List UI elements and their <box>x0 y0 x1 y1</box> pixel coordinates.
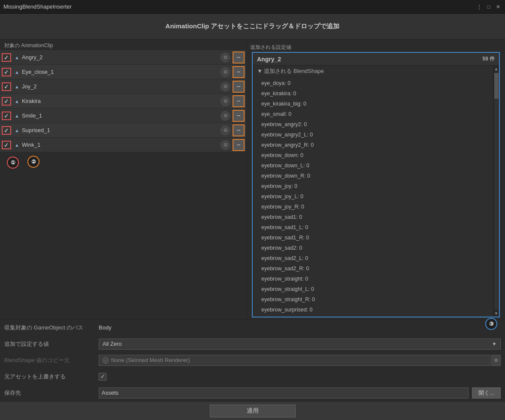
clip-minus-btn-5[interactable]: − <box>233 124 245 136</box>
left-panel-label: 対象の AnimationClip <box>0 39 246 50</box>
blend-shape-item: eye_small: 0 <box>253 109 493 119</box>
app-title: MissingBlendShapeInserter <box>3 3 72 10</box>
object-select-btn[interactable]: ⊙ <box>491 355 501 366</box>
blend-shape-item: eyebrow_sad2_L: 0 <box>253 253 493 263</box>
object-field-blendshape[interactable]: ◎ None (Skinned Mesh Renderer) <box>99 355 490 366</box>
blend-shape-item: eyebrow_sad1_L: 0 <box>253 222 493 233</box>
clip-icon-1: ▲ <box>15 69 19 75</box>
clip-checkbox-5[interactable]: ✓ <box>2 126 11 135</box>
clip-name-6: ▲ Wink_1 <box>11 142 221 148</box>
clip-icon-5: ▲ <box>15 128 19 133</box>
clip-checkbox-6[interactable]: ✓ <box>2 141 11 149</box>
open-folder-button[interactable]: 開く... <box>472 387 501 399</box>
dropdown-value[interactable]: All Zero ▼ <box>99 338 501 350</box>
right-panel-header: Angry_2 59 件 <box>253 53 499 66</box>
blend-shape-item: eyebrow_joy_R: 0 <box>253 202 493 212</box>
blend-shape-item: eyebrow_sad2_R: 0 <box>253 263 493 274</box>
list-item: ✓ ▲ Kirakira ⊙ − <box>0 94 246 109</box>
clip-checkbox-3[interactable]: ✓ <box>2 97 11 106</box>
drop-zone[interactable]: AnimationClip アセットをここにドラッグ＆ドロップで追加 <box>0 14 505 39</box>
maximize-icon[interactable]: □ <box>485 3 492 10</box>
blend-shape-item: eyebrow_straight_L: 0 <box>253 284 493 294</box>
bottom-row-value-setting: 追加で設定する値 All Zero ▼ <box>0 336 505 352</box>
bottom-row-overwrite: 元アセットを上書きする ✓ <box>0 369 505 385</box>
menu-icon[interactable]: ⋮ <box>476 3 483 10</box>
object-icon: ◎ <box>103 357 109 363</box>
blend-shape-item: eyebrow_angry2_L: 0 <box>253 130 493 140</box>
blend-shape-item: eyebrow_joy_L: 0 <box>253 191 493 202</box>
clip-icon-4: ▲ <box>15 113 19 118</box>
blend-shape-item: eye_kirakira: 0 <box>253 88 493 99</box>
clip-checkbox-4[interactable]: ✓ <box>2 112 11 120</box>
list-item: ✓ ▲ Angry_2 ⊙ − <box>0 50 246 65</box>
clip-circle-btn-6[interactable]: ⊙ <box>221 140 230 150</box>
clip-label-4: Smile_1 <box>22 112 42 119</box>
blend-shape-item: eyebrow_down: 0 <box>253 150 493 160</box>
clip-label-2: Joy_2 <box>22 83 37 90</box>
blend-shape-item: eyebrow_sad1_R: 0 <box>253 233 493 243</box>
clip-icon-0: ▲ <box>15 55 19 60</box>
input-save-path[interactable] <box>99 387 469 399</box>
clip-name-2: ▲ Joy_2 <box>11 83 221 90</box>
clip-minus-btn-0[interactable]: − <box>233 51 245 63</box>
dropdown-arrow-icon: ▼ <box>492 341 497 347</box>
clip-label-6: Wink_1 <box>22 142 40 148</box>
badge-2: ② <box>27 156 39 168</box>
blend-shape-item: eyebrow_sad2: 0 <box>253 243 493 253</box>
blend-shape-item: eyebrow_angry2: 0 <box>253 119 493 130</box>
clip-minus-btn-2[interactable]: − <box>233 81 245 93</box>
blend-shape-item: eyebrow_surprised: 0 <box>253 305 493 315</box>
blend-shape-item: eyebrow_straight_R: 0 <box>253 294 493 305</box>
clip-checkbox-0[interactable]: ✓ <box>2 53 11 62</box>
right-panel-body: ▼ 追加される BlendShape eye_doya: 0eye_kiraki… <box>253 66 499 317</box>
clip-minus-btn-1[interactable]: − <box>233 66 245 78</box>
clip-circle-btn-5[interactable]: ⊙ <box>221 126 230 135</box>
clip-label-3: Kirakira <box>22 98 41 104</box>
drop-zone-label: AnimationClip アセットをここにドラッグ＆ドロップで追加 <box>166 22 340 30</box>
clip-circle-btn-4[interactable]: ⊙ <box>221 111 230 121</box>
clip-circle-btn-2[interactable]: ⊙ <box>221 82 230 91</box>
clip-checkbox-2[interactable]: ✓ <box>2 82 11 91</box>
right-panel: Angry_2 59 件 ▼ 追加される BlendShape eye_doya… <box>252 52 500 317</box>
clip-name-1: ▲ Eye_close_1 <box>11 69 221 75</box>
blend-shape-item: eyebrow_joy: 0 <box>253 181 493 191</box>
checkbox-overwrite[interactable]: ✓ <box>99 373 106 381</box>
blend-shape-item: eyebrow_straight: 0 <box>253 274 493 284</box>
scroll-thumb[interactable] <box>494 73 499 99</box>
item-count: 59 件 <box>482 55 495 63</box>
list-item: ✓ ▲ Wink_1 ⊙ − <box>0 138 246 152</box>
clip-checkbox-1[interactable]: ✓ <box>2 68 11 76</box>
blend-shape-list: eye_doya: 0eye_kirakira: 0eye_kirakira_b… <box>253 77 493 317</box>
blend-shape-item: eyebrow_surprised_L: 0 <box>253 315 493 317</box>
clip-circle-btn-1[interactable]: ⊙ <box>221 67 230 77</box>
bottom-row-save-path: 保存先 開く... <box>0 385 505 401</box>
list-item: ✓ ▲ Smile_1 ⊙ − <box>0 109 246 123</box>
scroll-down-arrow[interactable]: ▼ <box>493 310 499 317</box>
selected-clip-name: Angry_2 <box>257 56 281 63</box>
clip-label-1: Eye_close_1 <box>22 69 54 75</box>
list-item: ✓ ▲ Joy_2 ⊙ − <box>0 79 246 94</box>
clip-minus-btn-6[interactable]: − <box>233 139 245 151</box>
label-overwrite: 元アセットを上書きする <box>4 373 99 381</box>
clip-circle-btn-0[interactable]: ⊙ <box>221 53 230 62</box>
blend-shape-item: eyebrow_down_L: 0 <box>253 160 493 171</box>
label-blendshape-copy: BlendShape 値のコピー元 <box>4 357 99 364</box>
blend-shape-item: eye_kirakira_big: 0 <box>253 99 493 109</box>
scroll-up-arrow[interactable]: ▲ <box>493 66 499 72</box>
clip-icon-2: ▲ <box>15 84 19 89</box>
clip-name-5: ▲ Suprised_1 <box>11 127 221 133</box>
bottom-row-blendshape-copy: BlendShape 値のコピー元 ◎ None (Skinned Mesh R… <box>0 352 505 369</box>
clip-minus-btn-4[interactable]: − <box>233 110 245 122</box>
apply-bar: 適用 <box>0 401 505 420</box>
label-value-setting: 追加で設定する値 <box>4 340 99 348</box>
clip-minus-btn-3[interactable]: − <box>233 95 245 107</box>
blend-shape-item: eyebrow_sad1: 0 <box>253 212 493 222</box>
list-item: ✓ ▲ Eye_close_1 ⊙ − <box>0 65 246 79</box>
close-icon[interactable]: ✕ <box>495 3 502 10</box>
clip-label-0: Angry_2 <box>22 54 42 60</box>
apply-button[interactable]: 適用 <box>210 405 296 417</box>
clip-icon-3: ▲ <box>15 99 19 104</box>
clip-name-0: ▲ Angry_2 <box>11 54 221 60</box>
label-save-path: 保存先 <box>4 389 99 397</box>
clip-circle-btn-3[interactable]: ⊙ <box>221 97 230 106</box>
